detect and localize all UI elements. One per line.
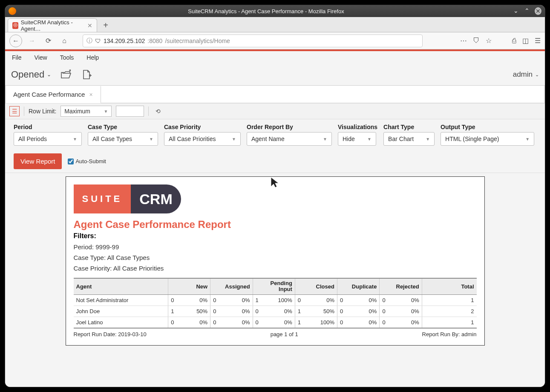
col-agent: Agent bbox=[74, 278, 168, 294]
window-title: SuiteCRM Analytics - Agent Case Performa… bbox=[20, 8, 513, 14]
suitecrm-logo: SUITE CRM bbox=[74, 184, 181, 213]
page-actions-icon[interactable]: ⋯ bbox=[460, 37, 467, 45]
menu-file[interactable]: File bbox=[12, 54, 22, 61]
window-close-button[interactable]: ✕ bbox=[535, 7, 541, 15]
filter-label-case-priority: Case Priority bbox=[164, 124, 241, 130]
table-row: John Doe150%00%00%150%00%00%2 bbox=[74, 306, 477, 317]
auto-submit-input[interactable] bbox=[68, 159, 74, 164]
home-button[interactable]: ⌂ bbox=[58, 35, 71, 47]
col-closed: Closed bbox=[295, 278, 337, 294]
menu-help[interactable]: Help bbox=[86, 54, 99, 61]
caret-down-icon: ▼ bbox=[149, 137, 153, 141]
firefox-icon bbox=[9, 7, 16, 15]
filter-output-type-value: HTML (Single Page) bbox=[445, 135, 499, 142]
browser-tab-strip: SuiteCRM Analytics - Agent… ✕ + bbox=[5, 17, 545, 32]
filter-visualizations-dropdown[interactable]: Hide▼ bbox=[338, 132, 376, 146]
url-bar[interactable]: ⓘ 🛡︎ 134.209.25.102:8080/suitecrmanalyti… bbox=[83, 35, 423, 47]
filter-output-type-dropdown[interactable]: HTML (Single Page)▼ bbox=[441, 132, 534, 146]
browser-tab[interactable]: SuiteCRM Analytics - Agent… ✕ bbox=[8, 18, 97, 32]
table-row: Joel Latino00%00%00%1100%00%00%1 bbox=[74, 317, 477, 328]
new-tab-button[interactable]: + bbox=[99, 18, 112, 32]
caret-down-icon: ▼ bbox=[367, 137, 371, 141]
bookmark-star-icon[interactable]: ☆ bbox=[486, 37, 492, 45]
tab-close-button[interactable]: ✕ bbox=[87, 22, 92, 29]
library-icon[interactable]: ⎙ bbox=[512, 37, 516, 45]
filter-line-period: Period: 9999-99 bbox=[74, 243, 477, 251]
hamburger-menu-icon[interactable]: ☰ bbox=[535, 37, 541, 45]
filter-order-by-dropdown[interactable]: Agent Name▼ bbox=[247, 132, 332, 146]
logo-left: SUITE bbox=[74, 184, 131, 213]
forward-button[interactable]: → bbox=[26, 35, 38, 47]
list-view-icon[interactable]: ☰ bbox=[9, 106, 20, 116]
filter-label-output-type: Output Type bbox=[441, 124, 534, 130]
new-document-icon[interactable] bbox=[82, 69, 92, 80]
caret-down-icon: ▼ bbox=[525, 137, 530, 141]
reload-button[interactable]: ⟳ bbox=[42, 35, 55, 47]
filter-case-priority-dropdown[interactable]: All Case Priorities▼ bbox=[164, 132, 241, 146]
filter-label-visualizations: Visualizations bbox=[338, 124, 377, 130]
row-limit-dropdown[interactable]: Maximum ▼ bbox=[60, 106, 112, 117]
auto-submit-label: Auto-Submit bbox=[75, 158, 106, 164]
user-menu[interactable]: admin ⌄ bbox=[513, 70, 539, 79]
sidebar-icon[interactable]: ◫ bbox=[522, 37, 529, 45]
window-titlebar: SuiteCRM Analytics - Agent Case Performa… bbox=[5, 5, 545, 17]
col-new: New bbox=[168, 278, 210, 294]
col-pending: Pending Input bbox=[253, 278, 295, 294]
row-limit-label: Row Limit: bbox=[29, 108, 56, 115]
caret-down-icon: ▼ bbox=[73, 137, 77, 141]
caret-down-icon: ▼ bbox=[426, 137, 430, 141]
filter-period-value: All Periods bbox=[18, 135, 47, 142]
url-host: 134.209.25.102 bbox=[104, 37, 145, 44]
pocket-icon[interactable]: ⛉ bbox=[473, 37, 480, 45]
filters-heading: Filters: bbox=[74, 232, 477, 240]
caret-down-icon: ▼ bbox=[232, 137, 236, 141]
table-row: Not Set Administrator00%00%1100%00%00%00… bbox=[74, 294, 477, 306]
filter-case-type-dropdown[interactable]: All Case Types▼ bbox=[88, 132, 158, 146]
row-limit-value: Maximum bbox=[64, 108, 90, 115]
logo-right: CRM bbox=[131, 184, 181, 213]
chevron-down-icon: ⌄ bbox=[535, 72, 539, 78]
report-tab-close[interactable]: × bbox=[89, 91, 92, 98]
permission-icon[interactable]: 🛡︎ bbox=[95, 37, 101, 44]
auto-submit-checkbox[interactable]: Auto-Submit bbox=[68, 158, 106, 164]
chevron-down-icon: ⌄ bbox=[47, 72, 51, 78]
filter-label-order-by: Order Report By bbox=[247, 124, 332, 130]
filter-label-case-type: Case Type bbox=[88, 124, 158, 130]
filter-order-by-value: Agent Name bbox=[251, 135, 285, 142]
caret-down-icon: ▼ bbox=[323, 137, 327, 141]
report-run-date: Report Run Date: 2019-03-10 bbox=[74, 331, 147, 337]
open-folder-icon[interactable] bbox=[60, 69, 72, 80]
col-duplicate: Duplicate bbox=[337, 278, 379, 294]
filter-label-period: Period bbox=[14, 124, 82, 130]
app-menu-bar: File View Tools Help bbox=[5, 51, 545, 64]
opened-label: Opened bbox=[11, 69, 44, 80]
maximize-button[interactable]: ⌃ bbox=[524, 7, 530, 15]
site-info-icon[interactable]: ⓘ bbox=[86, 37, 92, 45]
menu-view[interactable]: View bbox=[35, 54, 47, 61]
row-limit-input[interactable] bbox=[116, 106, 144, 117]
report-run-by: Report Run By: admin bbox=[422, 331, 477, 337]
url-path: /suitecrmanalytics/Home bbox=[165, 37, 230, 44]
separator bbox=[148, 107, 149, 116]
filter-chart-type-dropdown[interactable]: Bar Chart▼ bbox=[383, 132, 435, 146]
refresh-icon[interactable]: ⟲ bbox=[153, 106, 163, 116]
caret-down-icon: ▼ bbox=[104, 109, 108, 114]
params-bar: ☰ Row Limit: Maximum ▼ ⟲ bbox=[5, 103, 545, 119]
report-page: page 1 of 1 bbox=[271, 331, 298, 337]
filter-case-type-value: All Case Types bbox=[92, 135, 132, 142]
filter-period-dropdown[interactable]: All Periods▼ bbox=[14, 132, 82, 146]
report-tab[interactable]: Agent Case Performance × bbox=[6, 86, 101, 103]
back-button[interactable]: ← bbox=[9, 35, 22, 47]
user-label: admin bbox=[513, 70, 533, 79]
filter-visualizations-value: Hide bbox=[343, 135, 355, 142]
report-output: SUITE CRM Agent Case Performance Report … bbox=[66, 176, 485, 346]
report-tab-label: Agent Case Performance bbox=[13, 91, 85, 98]
filter-case-priority-value: All Case Priorities bbox=[169, 135, 216, 142]
minimize-button[interactable]: ⌄ bbox=[513, 7, 519, 15]
view-report-button[interactable]: View Report bbox=[14, 153, 62, 169]
opened-dropdown[interactable]: Opened ⌄ bbox=[11, 69, 51, 80]
browser-nav-bar: ← → ⟳ ⌂ ⓘ 🛡︎ 134.209.25.102:8080/suitecr… bbox=[5, 32, 545, 49]
report-table: Agent New Assigned Pending Input Closed … bbox=[74, 278, 477, 329]
filter-line-case-priority: Case Priority: All Case Priorities bbox=[74, 265, 477, 272]
menu-tools[interactable]: Tools bbox=[60, 54, 74, 61]
